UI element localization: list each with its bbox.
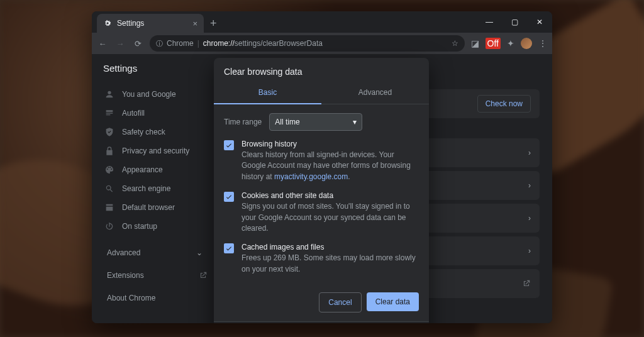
option-title: Cookies and other site data [242,191,419,200]
browser-icon [104,202,114,213]
check-now-button[interactable]: Check now [477,95,531,113]
chrome-window: Settings × + — ▢ ✕ ← → ⟳ ⓘ Chrome | chro… [92,11,552,323]
checkbox[interactable] [224,140,234,150]
option-title: Browsing history [242,140,419,148]
sidebar-item-power[interactable]: On startup [101,217,214,236]
sidebar-item-label: Autofill [122,109,145,118]
sidebar-item-palette[interactable]: Appearance [101,160,214,179]
chevron-right-icon: › [528,214,531,223]
tab-title: Settings [117,19,144,28]
sidebar-item-label: Appearance [122,165,163,174]
sidebar-item-lock[interactable]: Privacy and security [101,141,214,160]
sidebar-item-label: You and Google [122,90,176,99]
reader-icon[interactable]: ◪ [471,38,479,48]
url-host: chrome:// [203,39,235,48]
option-description: Clears history from all signed-in device… [242,150,419,182]
close-tab-icon[interactable]: × [192,19,197,28]
autofill-icon [104,108,114,118]
sidebar-item-label: Privacy and security [122,146,189,155]
forward-button: → [114,39,126,48]
back-button[interactable]: ← [97,39,108,48]
new-tab-button[interactable]: + [210,17,217,30]
page-title: Settings [103,63,214,74]
address-bar[interactable]: ⓘ Chrome | chrome://settings/clearBrowse… [150,35,465,52]
checkbox[interactable] [224,243,234,253]
extensions-icon[interactable]: ✦ [507,38,514,48]
close-window-button[interactable]: ✕ [527,11,552,33]
settings-sidebar: Settings You and GoogleAutofillSafety ch… [92,54,214,323]
maximize-button[interactable]: ▢ [502,11,527,33]
clear-option: Cookies and other site dataSigns you out… [224,191,419,234]
gear-icon [103,19,112,28]
browser-toolbar: ← → ⟳ ⓘ Chrome | chrome://settings/clear… [92,33,552,54]
power-icon [104,221,114,231]
time-range-select[interactable]: All time ▾ [269,113,362,131]
lock-icon [104,146,114,156]
reload-button[interactable]: ⟳ [132,39,143,48]
chevron-right-icon: › [528,246,531,255]
cancel-button[interactable]: Cancel [319,292,361,312]
sidebar-item-browser[interactable]: Default browser [101,198,214,217]
browser-tab[interactable]: Settings × [97,14,204,33]
option-link[interactable]: myactivity.google.com [274,172,348,181]
url-path: settings/clearBrowserData [235,39,323,48]
sidebar-item-person[interactable]: You and Google [101,85,214,104]
sidebar-item-shield[interactable]: Safety check [101,123,214,141]
bookmark-star-icon[interactable]: ☆ [452,39,458,48]
tab-advanced[interactable]: Advanced [321,82,429,104]
title-bar: Settings × + — ▢ ✕ [92,11,552,33]
chevron-down-icon: ⌄ [196,248,203,257]
time-range-label: Time range [224,118,262,126]
profile-avatar-icon[interactable] [521,38,532,49]
overflow-menu-icon[interactable]: ⋮ [538,38,547,48]
clear-option: Cached images and filesFrees up 269 MB. … [224,243,419,275]
clear-browsing-data-dialog: Clear browsing data Basic Advanced Time … [214,58,429,323]
dialog-title: Clear browsing data [214,58,429,77]
checkbox[interactable] [224,192,234,202]
sidebar-about-chrome[interactable]: About Chrome [101,290,214,306]
chevron-right-icon: › [528,148,531,157]
clear-option: Browsing historyClears history from all … [224,140,419,182]
url-scheme-label: Chrome [167,39,194,48]
option-description: Frees up 269 MB. Some sites may load mor… [242,253,419,275]
minimize-button[interactable]: — [477,11,502,33]
sidebar-item-label: On startup [122,222,157,231]
dropdown-icon: ▾ [353,118,357,126]
search-icon [104,184,114,194]
site-info-icon[interactable]: ⓘ [156,39,163,48]
extension-badge[interactable]: Off [486,38,501,49]
tab-basic[interactable]: Basic [214,82,321,104]
option-title: Cached images and files [242,243,419,251]
sidebar-item-search[interactable]: Search engine [101,179,214,198]
clear-data-button[interactable]: Clear data [367,292,419,311]
chevron-right-icon: › [528,181,531,190]
open-external-icon [199,271,208,280]
sidebar-item-label: Safety check [122,128,165,136]
option-description: Signs you out of most sites. You'll stay… [242,201,419,234]
toolbar-icons: ◪ Off ✦ ⋮ [471,38,547,49]
palette-icon [104,165,114,175]
person-icon [104,89,114,99]
sidebar-item-label: Search engine [122,184,170,193]
dialog-tabs: Basic Advanced [214,82,429,104]
shield-icon [104,127,114,137]
open-external-icon [522,279,531,288]
sidebar-item-autofill[interactable]: Autofill [101,104,214,123]
time-range-value: All time [275,118,299,126]
sidebar-advanced[interactable]: Advanced ⌄ [101,245,214,261]
sidebar-item-label: Default browser [122,203,175,212]
window-controls: — ▢ ✕ [477,11,552,33]
sidebar-extensions[interactable]: Extensions [101,267,214,284]
